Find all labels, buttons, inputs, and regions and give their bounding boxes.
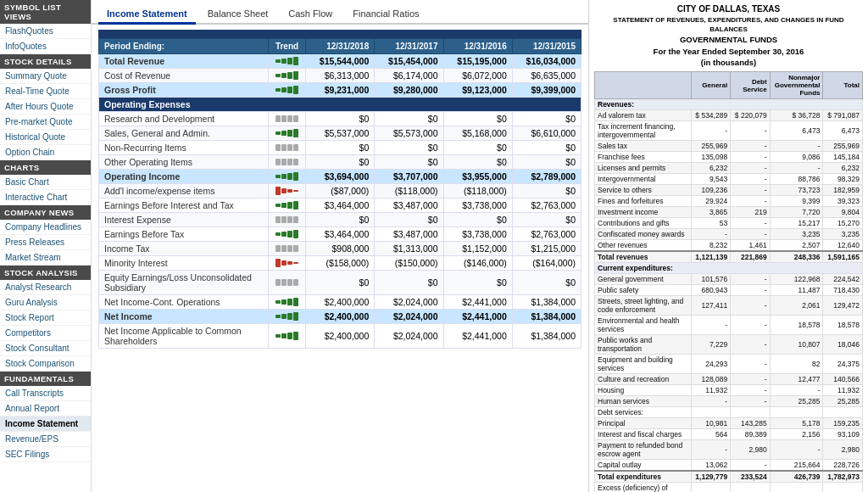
sidebar-item-stock-comparison[interactable]: Stock Comparison: [0, 356, 91, 372]
income-row-value-4: $9,123,000: [443, 83, 512, 98]
right-row-value-1: -: [691, 229, 731, 240]
sidebar-item-income-statement[interactable]: Income Statement: [0, 417, 91, 432]
sidebar-item-sec-filings[interactable]: SEC Filings: [0, 447, 91, 462]
right-table-row: Contributions and gifts53-15,21715,270: [595, 218, 863, 229]
right-row-value-4: 15,270: [823, 218, 863, 229]
right-row-value-1: 13,062: [691, 460, 731, 472]
sidebar-item-basic-chart[interactable]: Basic Chart: [0, 175, 91, 190]
income-table-row: Income Tax$908,000$1,313,000$1,152,000$1…: [99, 242, 581, 256]
income-row-value-2: $0: [306, 155, 375, 170]
income-row-value-5: $0: [512, 155, 581, 170]
sidebar-item-revenue/eps[interactable]: Revenue/EPS: [0, 432, 91, 447]
trend-cell: [269, 112, 306, 126]
right-row-value-2: -: [731, 460, 771, 472]
right-row-value-3: 248,336: [770, 251, 823, 263]
right-row-label: Human services: [595, 396, 692, 407]
trend-cell: [269, 324, 306, 349]
right-row-value-3: 9,399: [770, 196, 823, 207]
right-title-line-3: For the Year Ended September 30, 2016: [594, 46, 863, 57]
sidebar-item-call-transcripts[interactable]: Call Transcripts: [0, 386, 91, 401]
right-row-value-4: 718,430: [823, 285, 863, 296]
right-row-value-2: -: [731, 374, 771, 385]
sidebar-item-company-headlines[interactable]: Company Headlines: [0, 220, 91, 235]
right-row-value-3: 15,217: [770, 218, 823, 229]
sidebar-item-annual-report[interactable]: Annual Report: [0, 401, 91, 417]
right-table-row: Total expenditures1,129,779233,524426,73…: [595, 471, 863, 483]
sidebar-item-stock-consultant[interactable]: Stock Consultant: [0, 341, 91, 356]
sidebar-item-summary-quote[interactable]: Summary Quote: [0, 69, 91, 84]
sidebar-item-historical-quote[interactable]: Historical Quote: [0, 130, 91, 145]
sidebar-item-analyst-research[interactable]: Analyst Research: [0, 280, 91, 295]
tab-bar: Income StatementBalance SheetCash FlowFi…: [92, 0, 588, 25]
sidebar-item-infoquotes[interactable]: InfoQuotes: [0, 39, 91, 54]
income-table-row: Earnings Before Interest and Tax$3,464,0…: [99, 198, 581, 213]
right-section-header: Revenues:: [595, 99, 863, 110]
right-row-value-3: 2,061: [770, 296, 823, 316]
tab-cash-flow[interactable]: Cash Flow: [280, 5, 341, 25]
sidebar-item-press-releases[interactable]: Press Releases: [0, 235, 91, 250]
sidebar-item-after-hours-quote[interactable]: After Hours Quote: [0, 99, 91, 115]
right-table-row: Principal10,981143,2855,178159,235: [595, 418, 863, 429]
tab-financial-ratios[interactable]: Financial Ratios: [344, 5, 427, 25]
right-table-row: Streets, street lighting, and code enfor…: [595, 296, 863, 316]
income-row-value-4: $5,168,000: [443, 126, 512, 141]
income-row-value-2: $3,694,000: [306, 170, 375, 184]
income-row-label: Net Income-Cont. Operations: [99, 295, 269, 310]
right-table-row: Other revenues8,2321,4612,50712,640: [595, 240, 863, 252]
income-row-label: Net Income: [99, 310, 269, 324]
income-row-value-5: $2,763,000: [512, 227, 581, 242]
income-row-value-4: $6,072,000: [443, 69, 512, 83]
income-table-row: Non-Recurring Items$0$0$0$0: [99, 141, 581, 155]
right-row-value-2: -: [731, 152, 771, 163]
right-section-header: Current expenditures:: [595, 263, 863, 274]
sidebar-item-flashquotes[interactable]: FlashQuotes: [0, 24, 91, 39]
right-row-value-1: 8,232: [691, 240, 731, 252]
right-row-label: Fines and forfeitures: [595, 196, 692, 207]
right-table-row: Human services--25,28525,285: [595, 396, 863, 407]
income-table-row: Interest Expense$0$0$0$0: [99, 213, 581, 227]
income-row-value-3: $6,174,000: [375, 69, 443, 83]
right-row-value-3: 426,739: [770, 471, 823, 483]
sidebar-item-guru-analysis[interactable]: Guru Analysis: [0, 295, 91, 310]
right-table-row: Fines and forfeitures29,924-9,39939,323: [595, 196, 863, 207]
right-row-label: Equipment and building services: [595, 355, 692, 374]
right-panel-title: CITY OF DALLAS, TEXASSTATEMENT OF REVENU…: [594, 3, 863, 68]
right-row-value-2: -: [731, 229, 771, 240]
trend-cell: [269, 83, 306, 98]
income-table-row: Net Income$2,400,000$2,024,000$2,441,000…: [99, 310, 581, 324]
right-row-value-2: -: [731, 296, 771, 316]
right-row-value-3: 122,968: [770, 274, 823, 285]
income-row-value-2: $0: [306, 271, 375, 295]
right-row-value-2: -: [731, 163, 771, 174]
trend-cell: [269, 271, 306, 295]
right-row-value-2: -: [731, 335, 771, 355]
right-row-value-1: $ 534,289: [691, 110, 731, 121]
right-row-value-2: 221,869: [731, 251, 771, 263]
sidebar-item-pre-market-quote[interactable]: Pre-market Quote: [0, 115, 91, 130]
sidebar-item-stock-report[interactable]: Stock Report: [0, 310, 91, 326]
right-row-value-2: 219: [731, 207, 771, 218]
right-row-value-1: 135,098: [691, 152, 731, 163]
tab-income-statement[interactable]: Income Statement: [98, 5, 196, 25]
right-section-label: Current expenditures:: [595, 263, 863, 274]
sidebar-item-real-time-quote[interactable]: Real-Time Quote: [0, 84, 91, 99]
right-table-row: Sales tax255,969--255,969: [595, 141, 863, 152]
income-row-value-5: $0: [512, 141, 581, 155]
right-row-value-1: 10,981: [691, 418, 731, 429]
income-section-label: Operating Expenses: [99, 98, 581, 112]
right-row-value-3: 5,178: [770, 418, 823, 429]
income-table: Period Ending:Trend12/31/201812/31/20171…: [98, 38, 581, 349]
right-table-row: Investment income3,8652197,7209,804: [595, 207, 863, 218]
sidebar-item-competitors[interactable]: Competitors: [0, 326, 91, 341]
sidebar-item-interactive-chart[interactable]: Interactive Chart: [0, 190, 91, 205]
sidebar-item-option-chain[interactable]: Option Chain: [0, 145, 91, 160]
tab-balance-sheet[interactable]: Balance Sheet: [199, 5, 277, 25]
right-table-row: Confiscated money awards--3,2353,235: [595, 229, 863, 240]
income-col-2: 12/31/2018: [306, 39, 375, 54]
right-row-value-3: 3,235: [770, 229, 823, 240]
sidebar-item-market-stream[interactable]: Market Stream: [0, 250, 91, 266]
right-row-value-3: 88,786: [770, 174, 823, 185]
right-row-value-4: 25,285: [823, 396, 863, 407]
right-row-label: Interest and fiscal charges: [595, 429, 692, 440]
right-row-value-4: 140,566: [823, 374, 863, 385]
